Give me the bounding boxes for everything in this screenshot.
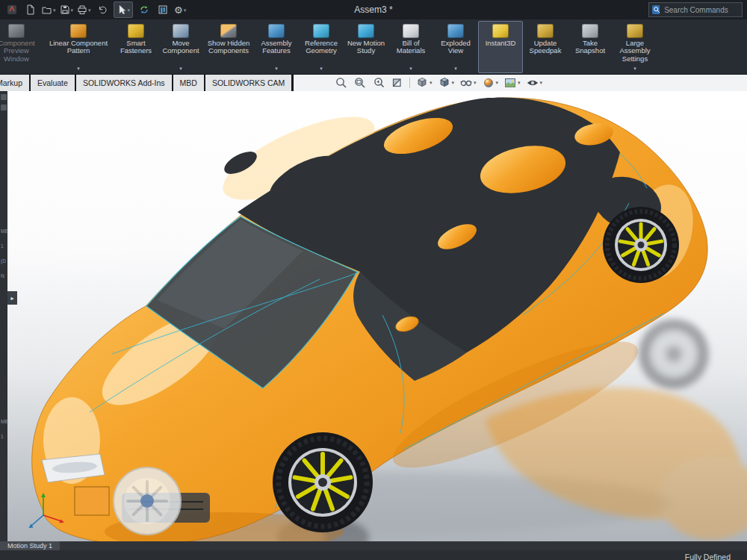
hide-show-items-icon[interactable]: ▾ <box>459 76 477 90</box>
gear-icon: ⚙ <box>174 5 183 15</box>
ribbon-button-label: Exploded View <box>436 40 476 66</box>
dropdown-caret-icon[interactable]: ▾ <box>633 66 636 72</box>
instant3d-icon <box>492 24 509 38</box>
tab-motion-study-1[interactable]: Motion Study 1 <box>0 541 60 550</box>
display-style-caret-icon[interactable]: ▾ <box>452 80 455 86</box>
open-button[interactable]: ▾ <box>42 4 56 15</box>
new-document-icon[interactable] <box>23 3 38 16</box>
file-properties-icon[interactable] <box>155 3 170 16</box>
panel-tab-icon[interactable] <box>1 94 7 100</box>
undo-icon[interactable] <box>95 3 110 16</box>
edit-appearance-icon[interactable]: ▾ <box>482 76 499 90</box>
tab-markup[interactable]: Markup <box>0 75 29 91</box>
ribbon-button-update-speedpak[interactable]: Update Speedpak <box>523 21 568 73</box>
dropdown-caret-icon[interactable]: ▾ <box>409 66 412 72</box>
apply-scene-icon[interactable]: ▾ <box>503 76 521 90</box>
ribbon-button-instant3d[interactable]: Instant3D <box>478 21 523 73</box>
ribbon-button-reference-geometry[interactable]: Reference Geometry ▾ <box>299 21 344 73</box>
front-left-wheel-ghost <box>114 467 181 535</box>
tree-text-fragment: (D <box>1 259 6 264</box>
options-caret-icon[interactable]: ▾ <box>184 7 187 13</box>
ribbon-button-label: Show Hidden Components <box>205 40 252 66</box>
ribbon-button-label: New Motion Study <box>346 40 386 66</box>
heads-up-view-toolbar: ▾ ▾ ▾ ▾ ▾ ▾ <box>335 76 542 90</box>
tree-text-fragment: 1 <box>1 244 4 249</box>
select-caret-icon[interactable]: ▾ <box>128 7 131 13</box>
titlebar: ▾ ▾ ▾ ▾ ⚙ ▾ Assem3 * <box>0 0 747 19</box>
save-button[interactable]: ▾ <box>60 4 74 15</box>
ribbon-button-large-assembly-settings[interactable]: Large Assembly Settings ▾ <box>613 21 657 73</box>
ribbon-button-label: Reference Geometry <box>301 40 341 66</box>
ribbon-button-label: Linear Component Pattern <box>46 40 111 66</box>
zoom-to-area-icon[interactable] <box>353 76 367 90</box>
tab-solidworks-add-ins[interactable]: SOLIDWORKS Add-Ins <box>76 75 172 91</box>
print-caret-icon[interactable]: ▾ <box>88 7 91 13</box>
dropdown-caret-icon[interactable]: ▾ <box>320 66 323 72</box>
status-text: Fully Defined <box>685 553 731 560</box>
hide-show-items-caret-icon[interactable]: ▾ <box>474 80 477 86</box>
ribbon-button-linear-component-pattern[interactable]: Linear Component Pattern ▾ <box>43 21 114 73</box>
ribbon-button-take-snapshot[interactable]: Take Snapshot <box>568 21 613 73</box>
graphics-area[interactable]: MB 1 (D N MB 1 ▸ <box>0 91 747 541</box>
ribbon-button-show-hidden-components[interactable]: Show Hidden Components <box>203 21 254 73</box>
ribbon-button-label: Take Snapshot <box>570 40 610 66</box>
ribbon-button-exploded-view[interactable]: Exploded View ▾ <box>433 21 478 73</box>
display-style-icon[interactable]: ▾ <box>438 76 455 90</box>
previous-view-icon[interactable] <box>372 76 385 90</box>
view-settings-icon[interactable]: ▾ <box>526 76 543 90</box>
app-icon <box>4 3 19 16</box>
tab-mbd[interactable]: MBD <box>173 75 204 91</box>
reference-geometry-icon <box>313 24 329 38</box>
toolbar-separator <box>409 78 410 88</box>
rebuild-icon[interactable] <box>137 3 152 16</box>
feature-manager-collapsed-panel[interactable]: MB 1 (D N MB 1 <box>0 91 7 541</box>
search-input[interactable] <box>663 5 739 15</box>
view-orientation-caret-icon[interactable]: ▾ <box>430 80 433 86</box>
panel-tab-icon[interactable] <box>1 105 7 111</box>
rear-wheel <box>603 207 679 283</box>
ribbon-button-label: Assembly Features <box>256 40 297 66</box>
expand-panel-arrow[interactable]: ▸ <box>7 291 17 305</box>
ribbon-button-move-component[interactable]: Move Component ▾ <box>158 21 203 73</box>
status-bar: Fully Defined <box>0 550 747 560</box>
tab-evaluate[interactable]: Evaluate <box>31 75 75 91</box>
search-commands-box[interactable] <box>648 2 743 17</box>
component-preview-window-icon <box>8 24 25 38</box>
assembly-features-icon <box>268 24 285 38</box>
section-view-icon[interactable] <box>391 76 404 90</box>
dropdown-caret-icon[interactable]: ▾ <box>275 66 278 72</box>
tree-text-fragment: N <box>1 274 4 279</box>
ribbon-button-label: Bill of Materials <box>391 40 431 66</box>
tab-solidworks-cam[interactable]: SOLIDWORKS CAM <box>205 75 291 91</box>
ribbon-button-smart-fasteners[interactable]: Smart Fasteners <box>114 21 158 73</box>
open-caret-icon[interactable]: ▾ <box>53 7 56 13</box>
ribbon-button-label: Large Assembly Settings <box>615 40 655 66</box>
ribbon-button-new-motion-study[interactable]: New Motion Study <box>344 21 388 73</box>
update-speedpak-icon <box>537 24 554 38</box>
dropdown-caret-icon[interactable]: ▾ <box>179 66 182 72</box>
new-motion-study-icon <box>358 24 374 38</box>
apply-scene-caret-icon[interactable]: ▾ <box>518 80 521 86</box>
options-button[interactable]: ⚙ ▾ <box>174 5 186 15</box>
ribbon-button-component-preview-window[interactable]: Component Preview Window <box>0 21 43 73</box>
show-hidden-components-icon <box>220 24 237 38</box>
document-title: Assem3 * <box>0 4 747 15</box>
dropdown-caret-icon[interactable]: ▾ <box>77 66 80 72</box>
dropdown-caret-icon[interactable]: ▾ <box>454 66 457 72</box>
linear-component-pattern-icon <box>70 24 87 38</box>
search-icon <box>652 5 660 14</box>
view-settings-caret-icon[interactable]: ▾ <box>540 80 543 86</box>
save-caret-icon[interactable]: ▾ <box>71 7 74 13</box>
view-orientation-icon[interactable]: ▾ <box>415 76 433 90</box>
tree-text-fragment: MB <box>1 229 8 234</box>
print-button[interactable]: ▾ <box>77 4 91 15</box>
ribbon-button-assembly-features[interactable]: Assembly Features ▾ <box>254 21 299 73</box>
ribbon-button-label: Update Speedpak <box>525 40 565 66</box>
move-component-icon <box>173 24 189 38</box>
zoom-to-fit-icon[interactable] <box>335 76 348 90</box>
smart-fasteners-icon <box>128 24 144 38</box>
ribbon-button-bill-of-materials[interactable]: Bill of Materials ▾ <box>388 21 433 73</box>
command-manager-tab-bar: Markup Evaluate SOLIDWORKS Add-Ins MBD S… <box>0 75 747 91</box>
select-tool-button[interactable]: ▾ <box>114 1 134 18</box>
edit-appearance-caret-icon[interactable]: ▾ <box>496 80 499 86</box>
